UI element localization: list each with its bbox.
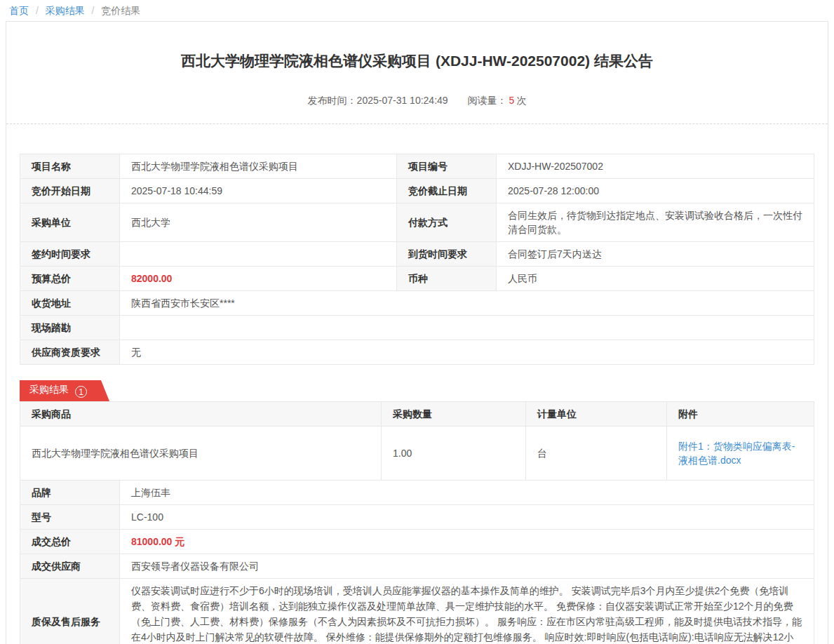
detail-label: 型号 (20, 505, 120, 530)
column-header-attachment: 附件 (667, 402, 814, 427)
info-value: 西北大学 (120, 203, 397, 242)
table-row: 收货地址 陕西省西安市长安区**** (20, 291, 814, 316)
info-value (120, 242, 397, 267)
product-name-cell: 西北大学物理学院液相色谱仪采购项目 (20, 427, 382, 481)
result-count-badge: 1 (75, 386, 87, 398)
info-label: 供应商资质要求 (20, 340, 120, 365)
info-label: 收货地址 (20, 291, 120, 316)
warranty-service-value: 仪器安装调试时应进行不少于6小时的现场培训，受培训人员应能掌握仪器的基本操作及简… (120, 579, 814, 644)
column-header-quantity: 采购数量 (382, 402, 526, 427)
views-unit: 次 (516, 95, 526, 106)
views-label: 阅读量： (468, 95, 507, 106)
table-row: 项目名称 西北大学物理学院液相色谱仪采购项目 项目编号 XDJJ-HW-2025… (20, 154, 814, 179)
table-row: 西北大学物理学院液相色谱仪采购项目 1.00 台 附件1：货物类响应偏离表-液相… (20, 427, 814, 481)
info-label: 竞价截止日期 (397, 179, 497, 203)
info-value: 陕西省西安市长安区**** (120, 291, 814, 316)
publish-meta: 发布时间：2025-07-31 10:24:49阅读量：5次 (20, 95, 814, 106)
info-value: 人民币 (497, 267, 814, 291)
column-header-product: 采购商品 (20, 402, 382, 427)
model-value: LC-100 (120, 505, 814, 530)
info-label: 币种 (397, 267, 497, 291)
views-count: 5 (509, 95, 515, 106)
detail-label: 质保及售后服务 (20, 579, 120, 644)
table-row: 成交总价 81000.00 元 (20, 530, 814, 554)
table-row: 成交供应商 西安领导者仪器设备有限公司 (20, 554, 814, 579)
info-label: 签约时间要求 (20, 242, 120, 267)
project-info-table: 项目名称 西北大学物理学院液相色谱仪采购项目 项目编号 XDJJ-HW-2025… (20, 154, 814, 365)
table-row: 质保及售后服务 仪器安装调试时应进行不少于6小时的现场培训，受培训人员应能掌握仪… (20, 579, 814, 644)
announcement-body: 项目名称 西北大学物理学院液相色谱仪采购项目 项目编号 XDJJ-HW-2025… (6, 124, 828, 644)
breadcrumb-home-link[interactable]: 首页 (9, 5, 29, 16)
publish-time-value: 2025-07-31 10:24:49 (357, 95, 448, 106)
info-value: 2025-07-18 10:44:59 (120, 179, 397, 203)
budget-total-value: 82000.00 (120, 267, 397, 291)
column-header-unit: 计量单位 (526, 402, 667, 427)
info-value: 西北大学物理学院液相色谱仪采购项目 (120, 154, 397, 179)
breadcrumb: 首页 / 采购结果 / 竞价结果 (0, 0, 834, 21)
info-label: 预算总价 (20, 267, 120, 291)
breadcrumb-section-link[interactable]: 采购结果 (46, 5, 85, 16)
info-label: 采购单位 (20, 203, 120, 242)
table-row: 采购单位 西北大学 付款方式 合同生效后，待货物到达指定地点、安装调试验收合格后… (20, 203, 814, 242)
deal-total-price-value: 81000.00 元 (120, 530, 814, 554)
table-row: 竞价开始日期 2025-07-18 10:44:59 竞价截止日期 2025-0… (20, 179, 814, 203)
info-value: 合同签订后7天内送达 (497, 242, 814, 267)
result-table: 采购商品 采购数量 计量单位 附件 西北大学物理学院液相色谱仪采购项目 1.00… (20, 401, 814, 481)
breadcrumb-separator: / (36, 5, 39, 16)
detail-label: 成交供应商 (20, 554, 120, 579)
info-label: 项目编号 (397, 154, 497, 179)
result-section-header: 采购结果1 (20, 380, 814, 401)
announcement-header: 西北大学物理学院液相色谱仪采购项目 (XDJJ-HW-202507002) 结果… (6, 22, 828, 123)
table-row: 型号 LC-100 (20, 505, 814, 530)
info-label: 付款方式 (397, 203, 497, 242)
attachment-link[interactable]: 附件1：货物类响应偏离表-液相色谱.docx (678, 441, 795, 466)
result-badge-label: 采购结果 (29, 384, 69, 395)
table-row: 品牌 上海伍丰 (20, 481, 814, 505)
detail-label: 成交总价 (20, 530, 120, 554)
table-row: 现场踏勘 (20, 316, 814, 340)
info-value (120, 316, 814, 340)
info-label: 项目名称 (20, 154, 120, 179)
brand-value: 上海伍丰 (120, 481, 814, 505)
info-value: XDJJ-HW-202507002 (497, 154, 814, 179)
info-value: 合同生效后，待货物到达指定地点、安装调试验收合格后，一次性付清合同货款。 (497, 203, 814, 242)
quantity-cell: 1.00 (382, 427, 526, 481)
table-row: 签约时间要求 到货时间要求 合同签订后7天内送达 (20, 242, 814, 267)
winning-supplier-value: 西安领导者仪器设备有限公司 (120, 554, 814, 579)
info-label: 现场踏勘 (20, 316, 120, 340)
supplier-detail-table: 品牌 上海伍丰 型号 LC-100 成交总价 81000.00 元 成交供应商 … (20, 480, 814, 644)
info-value: 2025-07-28 12:00:00 (497, 179, 814, 203)
table-header-row: 采购商品 采购数量 计量单位 附件 (20, 402, 814, 427)
announcement-card: 西北大学物理学院液相色谱仪采购项目 (XDJJ-HW-202507002) 结果… (6, 21, 828, 644)
table-row: 预算总价 82000.00 币种 人民币 (20, 267, 814, 291)
info-value: 无 (120, 340, 814, 365)
info-label: 竞价开始日期 (20, 179, 120, 203)
breadcrumb-separator: / (92, 5, 95, 16)
breadcrumb-current: 竞价结果 (101, 5, 140, 16)
result-badge: 采购结果1 (20, 380, 109, 401)
page-title: 西北大学物理学院液相色谱仪采购项目 (XDJJ-HW-202507002) 结果… (20, 53, 814, 69)
publish-time-label: 发布时间： (308, 95, 357, 106)
table-row: 供应商资质要求 无 (20, 340, 814, 365)
unit-cell: 台 (526, 427, 667, 481)
info-label: 到货时间要求 (397, 242, 497, 267)
detail-label: 品牌 (20, 481, 120, 505)
